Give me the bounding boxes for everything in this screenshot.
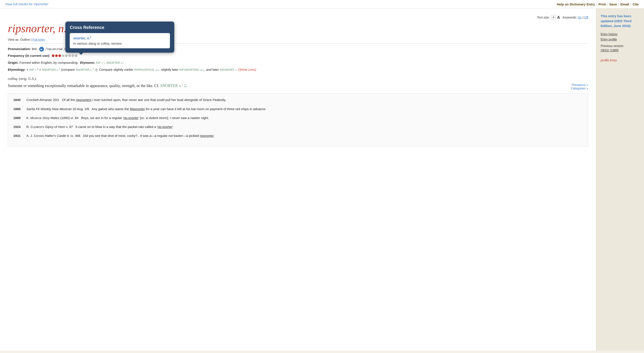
help-link[interactable]: Help on Dictionary Entry: [557, 2, 595, 6]
brit-label: Brit.: [32, 47, 38, 51]
riproarious-link[interactable]: RIPROARIOUS adj.: [134, 68, 159, 71]
ripsnort-v-link[interactable]: RIPSNORT v.: [220, 68, 237, 71]
cite-link[interactable]: Cite: [633, 2, 639, 6]
cross-reference-tooltip: Cross Reference snorter, n.1 In various …: [65, 21, 174, 53]
oed2-link[interactable]: OED2 (1989): [601, 48, 640, 52]
citations-box: 1840 Crockett Almanac 20/1 Of all the ri…: [8, 93, 588, 146]
citation-year: 1889: [13, 115, 26, 120]
keywords-on-link[interactable]: On: [578, 16, 582, 19]
ipa-brit: /ˈrɪp,snɔːtə/,: [46, 47, 64, 51]
tooltip-xref-desc: In various slang or colloq. senses:: [73, 41, 166, 45]
sep4: |: [630, 2, 631, 6]
origin-text: Formed within English, by compounding.: [20, 61, 78, 64]
meta-row: Text size: A A Keywords: On | Off: [8, 15, 588, 20]
citation-text: Santa Fé Weekly New Mexican 20 Aug. 2/6 …: [26, 106, 583, 111]
frequency-row: Frequency (in current use):: [8, 54, 588, 57]
outline-label: Outline: [20, 38, 30, 41]
keywords-label: Keywords:: [562, 16, 577, 19]
frequency-dots: [52, 54, 77, 57]
citation-source: Hatter's Castle: [45, 134, 66, 138]
categories-link[interactable]: Categories »: [571, 87, 588, 90]
headword-text: ripsnorter,: [8, 22, 55, 35]
text-size-label: Text size:: [537, 16, 550, 19]
view-sep: |: [31, 38, 32, 41]
origin-section: Origin: Formed within English, by compou…: [8, 60, 588, 65]
citation-text: K. Munroe Dory Mates (1890) vi. 84 Boys,…: [26, 115, 583, 120]
tooltip-content: snorter, n.1 In various slang or colloq.…: [70, 33, 170, 48]
etymology-section: Etymology: < RIP v.1 + SNORTER n.1 (comp…: [8, 67, 588, 72]
tooltip-xref-title[interactable]: snorter, n.1: [73, 36, 166, 40]
topbar: View full results for 'ripsnorter' Help …: [0, 0, 644, 8]
def-links: Thesaurus » Categories »: [571, 83, 588, 90]
ripsnorting-link[interactable]: RIPSNORTING adj.: [179, 68, 204, 71]
play-audio-button[interactable]: ▶: [39, 47, 44, 51]
citation-headword-ref: ripsnorter: [200, 134, 214, 138]
sidebar: This entry has been updated (OED Third E…: [596, 8, 644, 351]
sep2: |: [607, 2, 608, 6]
show-less-button[interactable]: (Show Less): [238, 68, 256, 71]
sidebar-updated-text: This entry has been updated (OED Third E…: [601, 14, 640, 28]
etymon2-link[interactable]: SNORTER n.¹: [106, 61, 124, 64]
citation-source: Crockett Almanac: [26, 98, 52, 102]
save-link[interactable]: Save: [609, 2, 617, 6]
main-content: Text size: A A Keywords: On | Off ripsno…: [0, 8, 596, 351]
entry-history-link[interactable]: Entry history: [601, 32, 640, 36]
thesaurus-link[interactable]: Thesaurus »: [571, 83, 588, 87]
keywords-sep: |: [582, 16, 584, 19]
text-size-small-button[interactable]: A: [551, 15, 556, 20]
freq-dot-5: [65, 54, 68, 57]
view-full-results-link[interactable]: View full results for 'ripsnorter': [5, 2, 48, 6]
entry-profile-link[interactable]: Entry profile: [601, 38, 640, 41]
citation-source: Santa Fé Weekly New Mexican: [26, 107, 72, 111]
freq-dot-7: [72, 54, 74, 57]
citation-source: Dory Mates: [43, 116, 60, 120]
citation-text: R. Clements Gipsy of Horn v. 87 It came …: [26, 124, 583, 129]
etymon1-link[interactable]: RIP v.¹: [96, 61, 104, 64]
citation-author: R. Clements: [26, 125, 44, 129]
sep1: |: [596, 2, 597, 6]
layout: Text size: A A Keywords: On | Off ripsno…: [0, 8, 644, 351]
citation-headword-ref: rip-snorter: [158, 125, 172, 129]
cf-label: Cf.: [154, 84, 160, 88]
freq-dot-1: [52, 54, 54, 57]
etymology-label: Etymology:: [8, 68, 26, 71]
topbar-right: Help on Dictionary Entry | Print | Save …: [557, 2, 639, 6]
keywords-off-link[interactable]: Off: [584, 16, 588, 19]
citation-row: 1840 Crockett Almanac 20/1 Of all the ri…: [13, 97, 583, 102]
snorter-n-link[interactable]: SNORTER n.1: [42, 68, 60, 71]
origin-label: Origin:: [8, 61, 18, 64]
tooltip-overlay: Cross Reference snorter, n.1 In various …: [65, 21, 174, 53]
freq-dot-4: [62, 54, 64, 57]
sep3: |: [618, 2, 619, 6]
citation-row: 1889 K. Munroe Dory Mates (1890) vi. 84 …: [13, 115, 583, 120]
freq-dot-8: [75, 54, 77, 57]
text-size-controls: Text size: A A: [537, 15, 560, 20]
citation-row: 1931 A. J. Cronin Hatter's Castle II. ix…: [13, 133, 583, 138]
citation-row: 1885 Santa Fé Weekly New Mexican 20 Aug.…: [13, 106, 583, 111]
citation-row: 1924 R. Clements Gipsy of Horn v. 87 It …: [13, 124, 583, 129]
citation-headword-ref: rip-snorter: [124, 116, 138, 120]
freq-dot-6: [68, 54, 71, 57]
citation-author: A. J. Cronin: [26, 134, 44, 138]
etymons-label: Etymons:: [80, 61, 95, 64]
print-link[interactable]: Print: [598, 2, 606, 6]
pronunciation-label: Pronunciation:: [8, 47, 31, 51]
citation-year: 1840: [13, 97, 26, 102]
text-size-large-button[interactable]: A: [557, 15, 560, 20]
email-link[interactable]: Email: [620, 2, 629, 6]
citation-text: A. J. Cronin Hatter's Castle II. ix. 368…: [26, 133, 583, 138]
rip-v-link[interactable]: RIP v.1: [30, 68, 38, 71]
snorter-n-2-link[interactable]: SNORTER n.1 2: [76, 68, 96, 71]
citation-year: 1931: [13, 133, 26, 138]
register-label: colloq. (orig. U.S.).: [8, 77, 588, 81]
citation-text: Crockett Almanac 20/1 Of all the ripsnor…: [26, 97, 583, 102]
keywords-toggle: Keywords: On | Off: [562, 16, 588, 19]
freq-dot-2: [55, 54, 58, 57]
full-entry-link[interactable]: Full entry: [32, 38, 45, 41]
frequency-label: Frequency (in current use):: [8, 54, 50, 57]
definition-text: Someone or something exceptionally remar…: [8, 83, 571, 89]
citation-headword-ref: Ripsnorter: [130, 107, 145, 111]
profile-entry-label: profile Entry: [601, 58, 640, 62]
citation-year: 1924: [13, 124, 26, 129]
cf-link[interactable]: SNORTER n.¹ 2: [160, 84, 186, 88]
